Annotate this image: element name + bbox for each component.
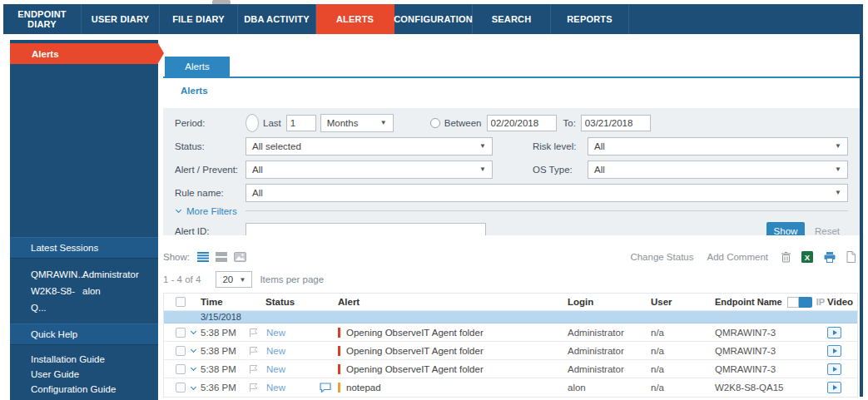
row-status-link[interactable]: New [266,383,285,393]
from-date-input[interactable] [487,115,557,131]
period-last-value-input[interactable] [286,115,316,131]
change-status-button[interactable]: Change Status [630,252,693,262]
row-checkbox[interactable] [176,346,186,356]
export-pdf-icon[interactable] [846,251,856,263]
os-type-select[interactable]: All ▼ [588,160,848,179]
export-excel-icon[interactable]: X [801,251,813,263]
alert-prevent-select[interactable]: All ▼ [246,160,493,179]
tab-alerts[interactable]: Alerts [165,57,230,77]
to-date-input[interactable] [581,115,651,131]
link-configuration-guide[interactable]: Configuration Guide [31,382,158,397]
play-icon [833,348,837,353]
header-alert[interactable]: Alert [338,297,568,307]
row-login: Administrator [568,328,651,338]
nav-configuration[interactable]: CONFIGURATION [394,4,473,34]
image-view-icon[interactable] [234,252,246,262]
list-view-icon[interactable] [197,252,209,262]
header-login[interactable]: Login [568,297,651,307]
row-status-link[interactable]: New [266,328,285,338]
row-checkbox[interactable] [176,364,186,374]
more-filters-divider [246,210,848,211]
pagination-bar: 1 - 4 of 4 20 ▼ Items per page [163,270,860,289]
expand-row-icon[interactable] [190,365,196,371]
reset-link[interactable]: Reset [815,226,840,236]
header-time[interactable]: Time [201,297,249,307]
row-endpoint: QMRAWIN7-3 [715,328,827,338]
link-user-guide[interactable]: User Guide [31,367,158,382]
period-between-radio[interactable] [430,118,440,128]
row-user: n/a [651,383,715,393]
alert-id-input[interactable] [246,223,486,236]
status-value: All selected [252,141,301,151]
link-installation-guide[interactable]: Installation Guide [31,352,158,367]
row-login: alon [568,383,651,393]
sidebar-item-alerts[interactable]: Alerts [10,43,158,64]
header-user[interactable]: User [651,297,715,307]
risk-level-label: Risk level: [533,141,588,151]
period-last-radio[interactable] [246,114,259,132]
severity-bar [338,364,340,374]
row-time: 5:38 PM [201,346,249,356]
status-select[interactable]: All selected ▼ [246,137,493,156]
sidebar-item-alerts-label: Alerts [32,49,59,59]
row-endpoint: QMRAWIN7-3 [715,364,827,374]
play-icon [833,385,837,390]
flag-icon[interactable] [249,328,259,338]
page-size-select[interactable]: 20 ▼ [216,271,252,288]
show-button[interactable]: Show [766,222,805,235]
link-upgrade-guide[interactable]: Upgrade Guide [31,397,158,400]
expand-row-icon[interactable] [190,328,196,334]
flag-icon[interactable] [249,346,259,356]
row-status-link[interactable]: New [266,364,285,374]
nav-search[interactable]: SEARCH [473,4,551,34]
main-content: Alerts Alerts Period: Last Months ▼ Betw… [163,40,860,400]
nav-dba-activity[interactable]: DBA ACTIVITY [238,4,316,34]
period-unit-select[interactable]: Months ▼ [320,114,394,132]
filter-row-rule-name: Rule name: All ▼ [175,183,848,202]
detail-view-icon[interactable] [216,252,227,262]
breadcrumb[interactable]: Alerts [181,86,208,96]
header-endpoint: Endpoint Name IP [715,297,827,308]
row-checkbox[interactable] [176,328,186,338]
flag-icon[interactable] [249,383,259,393]
session-item[interactable]: QMRAWIN... Administrator [31,266,158,283]
row-alert-text[interactable]: notepad [346,383,381,393]
nav-user-diary[interactable]: USER DIARY [82,4,160,34]
rule-name-select[interactable]: All ▼ [246,184,848,202]
delete-icon[interactable] [781,252,791,263]
date-group-row: 3/15/2018 [164,311,857,323]
header-status[interactable]: Status [249,297,320,307]
row-alert-text[interactable]: Opening ObserveIT Agent folder [346,364,484,374]
chevron-down-icon [176,206,181,212]
add-comment-button[interactable]: Add Comment [707,252,768,262]
expand-row-icon[interactable] [190,347,196,353]
play-video-button[interactable] [827,363,841,375]
comment-icon[interactable] [320,383,331,393]
endpoint-ip-toggle[interactable] [787,297,812,308]
items-per-page-label: Items per page [260,274,324,284]
row-time: 5:38 PM [201,364,249,374]
session-item[interactable]: W2K8-S8-Q... alon [31,283,158,316]
expand-row-icon[interactable] [190,383,196,389]
flag-icon[interactable] [249,364,259,374]
select-all-checkbox[interactable] [176,297,186,307]
play-video-button[interactable] [827,345,841,357]
row-alert-text[interactable]: Opening ObserveIT Agent folder [346,328,484,338]
dropdown-arrow-icon: ▼ [234,276,246,284]
header-endpoint-name[interactable]: Endpoint Name [715,297,782,307]
play-video-button[interactable] [827,382,841,393]
row-status-link[interactable]: New [266,346,285,356]
row-alert-text[interactable]: Opening ObserveIT Agent folder [346,346,484,356]
nav-reports[interactable]: REPORTS [551,4,629,34]
more-filters-toggle[interactable]: More Filters [175,206,237,216]
print-icon[interactable] [824,252,836,263]
row-checkbox[interactable] [176,383,186,393]
play-video-button[interactable] [827,327,841,338]
nav-endpoint-diary[interactable]: ENDPOINT DIARY [3,4,82,34]
header-ip[interactable]: IP [816,297,825,307]
toggle-knob [787,297,799,308]
top-nav: ENDPOINT DIARY USER DIARY FILE DIARY DBA… [3,4,863,34]
risk-level-select[interactable]: All ▼ [588,137,848,156]
nav-alerts[interactable]: ALERTS [316,4,394,34]
nav-file-diary[interactable]: FILE DIARY [160,4,238,34]
